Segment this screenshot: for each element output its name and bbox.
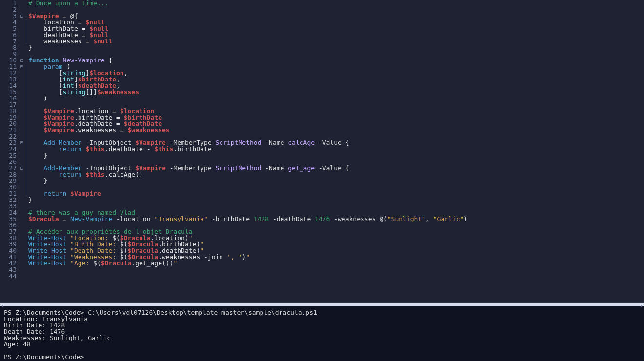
fold-gutter [19, 273, 25, 279]
code-line[interactable]: 32} [0, 197, 644, 203]
fold-gutter [19, 82, 25, 89]
code-text[interactable]: } [28, 178, 47, 184]
code-line[interactable]: 35$Dracula = New-Vampire -location "Tran… [0, 216, 644, 222]
indent-guide [25, 241, 28, 247]
fold-gutter [19, 222, 25, 228]
scroll-right-icon[interactable]: ▸ [640, 302, 643, 309]
fold-gutter [19, 159, 25, 165]
indent-guide [25, 38, 28, 44]
code-text[interactable]: } [28, 44, 32, 51]
indent-guide [25, 108, 28, 114]
fold-gutter [19, 89, 25, 95]
fold-gutter [19, 127, 25, 133]
indent-guide [25, 184, 28, 190]
terminal-output[interactable]: PS Z:\Documents\Code> C:\Users\vdl07126\… [0, 306, 644, 361]
indent-guide [25, 51, 28, 57]
indent-guide [25, 76, 28, 82]
fold-gutter [19, 44, 25, 51]
indent-guide [25, 127, 28, 133]
code-line[interactable]: 7 weaknesses = $null [0, 38, 644, 44]
fold-gutter [19, 171, 25, 178]
code-text[interactable]: ) [28, 95, 47, 101]
line-number: 44 [0, 273, 19, 279]
indent-guide [25, 133, 28, 140]
fold-gutter [19, 203, 25, 209]
indent-guide [25, 273, 28, 279]
fold-gutter [19, 197, 25, 203]
collapse-icon[interactable]: ⊟ [19, 57, 25, 63]
fold-gutter [19, 216, 25, 222]
indent-guide [25, 171, 28, 178]
fold-gutter [19, 133, 25, 140]
code-line[interactable]: 16 ) [0, 95, 644, 101]
fold-gutter [19, 0, 25, 6]
code-line[interactable]: 25 } [0, 152, 644, 159]
indent-guide [25, 70, 28, 76]
code-text[interactable]: weaknesses = $null [28, 38, 112, 44]
code-text[interactable]: return $this.deathDate - $this.birthDate [28, 146, 212, 152]
fold-gutter [19, 190, 25, 197]
indent-guide [25, 266, 28, 273]
fold-gutter [19, 254, 25, 260]
indent-guide [25, 235, 28, 241]
code-line[interactable]: 8} [0, 44, 644, 51]
code-text[interactable]: $Vampire.weaknesses = $weaknesses [28, 127, 170, 133]
code-line[interactable]: 15 [string[]]$weaknesses [0, 89, 644, 95]
code-line[interactable]: 10⊟function New-Vampire { [0, 57, 644, 63]
horizontal-splitter[interactable]: ◂ ▸ [0, 302, 644, 306]
indent-guide [25, 57, 28, 63]
code-line[interactable]: 44 [0, 273, 644, 279]
code-line[interactable]: 21 $Vampire.weaknesses = $weaknesses [0, 127, 644, 133]
indent-guide [25, 89, 28, 95]
indent-guide [25, 146, 28, 152]
indent-guide [25, 254, 28, 260]
collapse-icon[interactable]: ⊟ [19, 63, 25, 70]
code-line[interactable]: 1# Once upon a time... [0, 0, 644, 6]
indent-guide [25, 247, 28, 254]
code-text[interactable]: $Dracula = New-Vampire -location "Transy… [28, 216, 467, 222]
fold-gutter [19, 228, 25, 235]
indent-guide [25, 203, 28, 209]
code-line[interactable]: 43 [0, 266, 644, 273]
fold-gutter [19, 25, 25, 32]
code-line[interactable]: 28 return $this.calcAge() [0, 171, 644, 178]
code-line[interactable]: 42Write-Host "Age: $($Dracula.get_age())… [0, 260, 644, 266]
indent-guide [25, 32, 28, 38]
indent-guide [25, 0, 28, 6]
code-line[interactable]: 31 return $Vampire [0, 190, 644, 197]
fold-gutter [19, 146, 25, 152]
indent-guide [25, 19, 28, 25]
code-text[interactable]: } [28, 197, 32, 203]
fold-gutter [19, 184, 25, 190]
code-text[interactable]: Write-Host "Age: $($Dracula.get_age())" [28, 260, 177, 266]
indent-guide [25, 82, 28, 89]
collapse-icon[interactable]: ⊟ [19, 165, 25, 171]
code-text[interactable]: # Once upon a time... [28, 0, 108, 6]
indent-guide [25, 25, 28, 32]
indent-guide [25, 140, 28, 146]
code-text[interactable]: return $Vampire [28, 190, 101, 197]
code-editor[interactable]: 1# Once upon a time...23⊟$Vampire = @{4 … [0, 0, 644, 302]
code-text[interactable]: } [28, 152, 47, 159]
scroll-left-icon[interactable]: ◂ [1, 302, 4, 309]
indent-guide [25, 178, 28, 184]
fold-gutter [19, 235, 25, 241]
indent-guide [25, 101, 28, 108]
fold-gutter [19, 6, 25, 13]
indent-guide [25, 216, 28, 222]
collapse-icon[interactable]: ⊟ [19, 140, 25, 146]
fold-gutter [19, 51, 25, 57]
indent-guide [25, 260, 28, 266]
fold-gutter [19, 70, 25, 76]
fold-gutter [19, 260, 25, 266]
fold-gutter [19, 152, 25, 159]
code-line[interactable]: 24 return $this.deathDate - $this.birthD… [0, 146, 644, 152]
fold-gutter [19, 95, 25, 101]
collapse-icon[interactable]: ⊟ [19, 13, 25, 19]
code-line[interactable]: 29 } [0, 178, 644, 184]
code-line[interactable]: 2 [0, 6, 644, 13]
indent-guide [25, 165, 28, 171]
fold-gutter [19, 32, 25, 38]
fold-gutter [19, 178, 25, 184]
indent-guide [25, 190, 28, 197]
